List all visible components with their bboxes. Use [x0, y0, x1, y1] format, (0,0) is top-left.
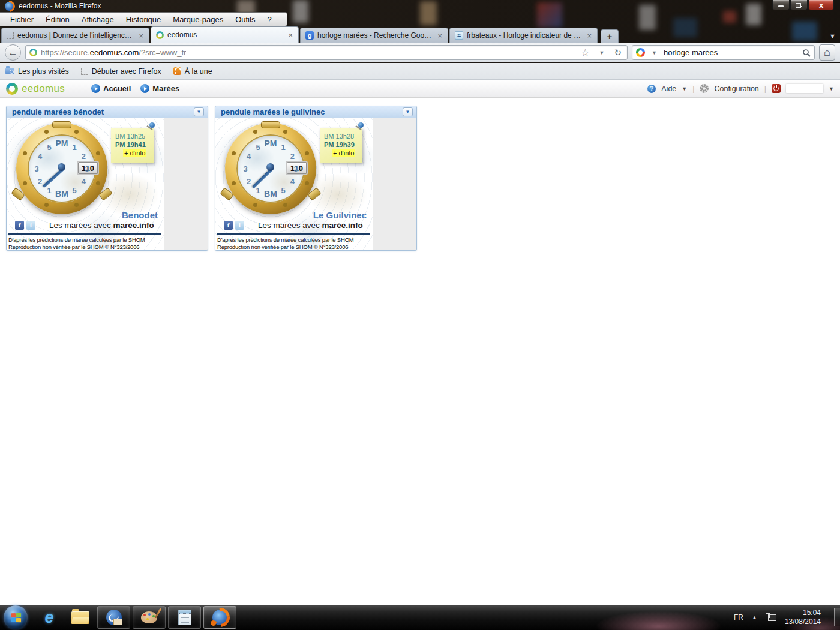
twitter-icon[interactable]: t: [235, 221, 244, 230]
site-identity-icon[interactable]: [29, 49, 37, 56]
show-desktop-button[interactable]: [834, 608, 840, 626]
tide-clock-frame: 110 PM12345BM12345 BM 13h28 PM 19h39 + d…: [215, 118, 373, 250]
menu-item-marque-pages[interactable]: Marque-pages: [167, 14, 229, 25]
facebook-icon[interactable]: f: [15, 221, 24, 230]
tab-google-search[interactable]: g horloge marées - Recherche Google ×: [300, 28, 448, 43]
close-icon: x: [819, 1, 823, 9]
bookmark-most-visited[interactable]: Les plus visités: [5, 67, 69, 76]
aide-caret-icon[interactable]: ▼: [682, 86, 687, 92]
search-bar[interactable]: ▼ horloge marées: [632, 45, 815, 60]
menu-item-aide[interactable]: ?: [262, 14, 277, 25]
widget-tide-guilvinec: pendule marées le guilvinec ▼ 110: [215, 106, 417, 251]
menu-item-affichage[interactable]: Affichage: [76, 14, 119, 25]
location-link[interactable]: Le Guilvinec: [313, 210, 367, 220]
dial-label: 5: [281, 186, 285, 195]
widget-header: pendule marées bénodet ▼: [7, 106, 208, 118]
shom-disclaimer: Reproduction non vérifiée par le SHOM © …: [8, 244, 139, 250]
tab-list-dropdown-icon[interactable]: ▼: [829, 32, 836, 40]
paint-button[interactable]: [133, 606, 166, 629]
navigation-toolbar: ← https://secure.eedomus.com/?src=www_fr…: [0, 43, 840, 62]
dial-label: 2: [290, 152, 295, 161]
bookmark-latest-headlines[interactable]: À la une: [173, 67, 212, 76]
folder-icon: [71, 611, 89, 624]
porthole-clock: 110 PM12345BM12345: [16, 123, 107, 214]
back-button[interactable]: ←: [5, 44, 21, 61]
taskbar: e FR ▲ 15:04 13/08/2014: [0, 605, 840, 630]
tide-hand-hub: [266, 163, 274, 171]
pushpin-icon: [149, 122, 155, 128]
menu-item-fichier[interactable]: Fichier: [5, 14, 39, 25]
widget-tide-benodet: pendule marées bénodet ▼ 110: [6, 106, 208, 251]
widget-menu-button[interactable]: ▼: [194, 107, 204, 116]
bookmark-star-icon[interactable]: ☆: [578, 47, 592, 58]
logout-icon[interactable]: [772, 84, 781, 93]
titlebar: eedomus - Mozilla Firefox: [0, 0, 840, 12]
high-tide-time: PM 19h39: [324, 140, 359, 149]
tab-close-icon[interactable]: ×: [287, 31, 294, 39]
reload-icon[interactable]: ↻: [611, 47, 625, 58]
rss-icon: [173, 67, 181, 75]
facebook-icon[interactable]: f: [224, 221, 233, 230]
search-input[interactable]: horloge marées: [664, 48, 799, 57]
thunderbird-icon: [106, 610, 122, 625]
language-indicator[interactable]: FR: [734, 613, 743, 622]
dial-label: 4: [82, 177, 86, 186]
widget-menu-button[interactable]: ▼: [403, 107, 413, 116]
search-icon[interactable]: [802, 49, 811, 57]
home-button[interactable]: ⌂: [819, 44, 835, 61]
internet-explorer-button[interactable]: e: [37, 605, 62, 629]
brand-name: eedomus: [22, 83, 65, 95]
minimize-button[interactable]: [772, 0, 790, 10]
separator: |: [692, 85, 694, 93]
windows-explorer-button[interactable]: [68, 605, 93, 629]
arrow-circle-icon: [140, 84, 149, 93]
tide-clock-frame: 110 PM12345BM12345 BM 13h25 PM 19h41 + d…: [7, 118, 164, 250]
restore-button[interactable]: [790, 0, 808, 10]
close-button[interactable]: x: [808, 0, 834, 10]
user-caret-icon[interactable]: ▼: [829, 86, 834, 92]
new-tab-button[interactable]: +: [601, 29, 619, 43]
network-icon[interactable]: [766, 613, 776, 622]
twitter-icon[interactable]: t: [26, 221, 35, 230]
dial-label: 2: [38, 177, 42, 186]
bookmark-getting-started[interactable]: Débuter avec Firefox: [81, 67, 161, 76]
dial-label: 5: [47, 142, 51, 151]
social-row: f t Les marées avec marée.info: [224, 221, 370, 230]
notepad-button[interactable]: [168, 606, 201, 629]
tab-close-icon[interactable]: ×: [586, 32, 593, 40]
location-link[interactable]: Benodet: [122, 210, 158, 220]
nav-link-marees[interactable]: Marées: [140, 84, 179, 93]
tray-time: 15:04: [785, 608, 821, 617]
more-info-link[interactable]: + d'info: [123, 149, 146, 157]
aide-menu[interactable]: Aide: [661, 85, 676, 93]
tab-eedomus-secure[interactable]: eedomus ×: [151, 26, 299, 43]
shom-disclaimer: Reproduction non vérifiée par le SHOM © …: [217, 244, 348, 250]
search-engine-icon[interactable]: [636, 48, 645, 57]
bookmarks-toolbar: Les plus visités Débuter avec Firefox À …: [0, 63, 840, 80]
search-engine-dropdown-icon[interactable]: ▼: [649, 50, 660, 56]
url-bar[interactable]: https://secure.eedomus.com/?src=www_fr ☆…: [25, 45, 628, 60]
divider: [8, 233, 161, 235]
url-dropdown-icon[interactable]: ▼: [596, 50, 608, 56]
tab-close-icon[interactable]: ×: [436, 32, 443, 40]
dial-label: 3: [293, 164, 298, 173]
thunderbird-button[interactable]: [97, 606, 130, 629]
configuration-link[interactable]: Configuration: [714, 85, 758, 93]
tide-sticky-note: BM 13h28 PM 19h39 + d'info: [320, 128, 362, 163]
tab-eedomus-www[interactable]: eedomus | Donnez de l'intelligence à ...…: [1, 28, 149, 43]
social-row: f t Les marées avec marée.info: [15, 221, 161, 230]
tab-close-icon[interactable]: ×: [137, 32, 145, 40]
tab-frbateaux[interactable]: ≈ frbateaux - Horloge indicateur de ma..…: [449, 28, 598, 43]
menu-item-historique[interactable]: Historique: [121, 14, 167, 25]
tray-expand-icon[interactable]: ▲: [752, 614, 757, 620]
firefox-button[interactable]: [203, 606, 236, 629]
start-button[interactable]: [4, 605, 28, 629]
help-icon: ?: [647, 85, 656, 93]
menu-item-outils[interactable]: Outils: [230, 14, 260, 25]
more-info-link[interactable]: + d'info: [332, 149, 355, 157]
desktop-icon-blur: [723, 11, 736, 23]
menu-item-edition[interactable]: Édition: [40, 14, 75, 25]
tray-clock[interactable]: 15:04 13/08/2014: [785, 608, 821, 626]
nav-link-accueil[interactable]: Accueil: [91, 84, 131, 93]
high-tide-time: PM 19h41: [115, 140, 151, 149]
